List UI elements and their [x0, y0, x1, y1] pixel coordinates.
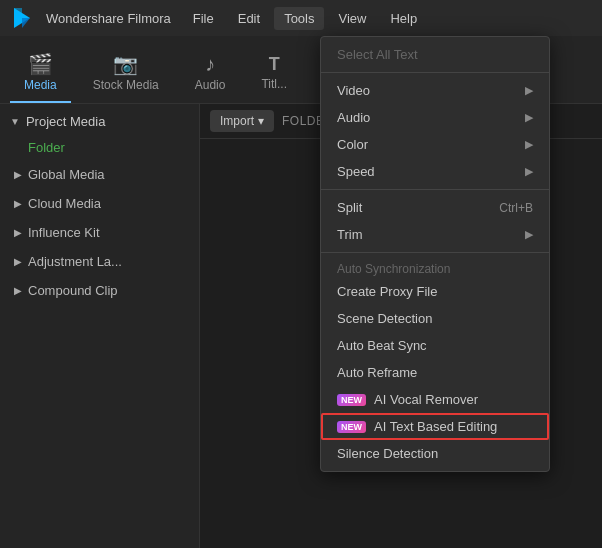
svg-marker-2 — [22, 18, 30, 28]
dropdown-auto-reframe[interactable]: Auto Reframe — [321, 359, 549, 386]
ai-text-editing-badge: NEW — [337, 421, 366, 433]
split-shortcut: Ctrl+B — [499, 201, 533, 215]
tools-dropdown-menu: Select All Text Video ▶ Audio ▶ Color ▶ … — [320, 36, 550, 472]
dropdown-speed[interactable]: Speed ▶ — [321, 158, 549, 185]
sidebar-item-global-media[interactable]: ▶ Global Media — [0, 160, 199, 189]
sidebar-item-adjustment-layer[interactable]: ▶ Adjustment La... — [0, 247, 199, 276]
app-name: Wondershare Filmora — [46, 11, 171, 26]
sidebar-item-adjustment-label: Adjustment La... — [28, 254, 185, 269]
menu-tools[interactable]: Tools — [274, 7, 324, 30]
menu-bar: Wondershare Filmora File Edit Tools View… — [0, 0, 602, 36]
project-media-label: Project Media — [26, 114, 105, 129]
app-logo — [8, 4, 36, 32]
dropdown-silence-detection[interactable]: Silence Detection — [321, 440, 549, 467]
cloud-media-arrow: ▶ — [14, 198, 22, 209]
dropdown-video[interactable]: Video ▶ — [321, 77, 549, 104]
dropdown-create-proxy[interactable]: Create Proxy File — [321, 278, 549, 305]
tab-audio-label: Audio — [195, 78, 226, 92]
menu-view[interactable]: View — [328, 7, 376, 30]
color-submenu-arrow: ▶ — [525, 138, 533, 151]
menu-edit[interactable]: Edit — [228, 7, 270, 30]
separator-2 — [321, 189, 549, 190]
sidebar-item-compound-clip[interactable]: ▶ Compound Clip — [0, 276, 199, 305]
video-submenu-arrow: ▶ — [525, 84, 533, 97]
dropdown-auto-beat-sync[interactable]: Auto Beat Sync — [321, 332, 549, 359]
project-media-arrow: ▼ — [10, 116, 20, 127]
adjustment-layer-arrow: ▶ — [14, 256, 22, 267]
ai-vocal-remover-label: AI Vocal Remover — [374, 392, 478, 407]
sidebar-item-cloud-media-label: Cloud Media — [28, 196, 185, 211]
influence-kit-arrow: ▶ — [14, 227, 22, 238]
menu-file[interactable]: File — [183, 7, 224, 30]
global-media-arrow: ▶ — [14, 169, 22, 180]
dropdown-color[interactable]: Color ▶ — [321, 131, 549, 158]
sidebar-item-compound-clip-label: Compound Clip — [28, 283, 185, 298]
ai-text-editing-label: AI Text Based Editing — [374, 419, 497, 434]
import-button[interactable]: Import ▾ — [210, 110, 274, 132]
auto-sync-label: Auto Synchronization — [321, 257, 549, 278]
sidebar: ▼ Project Media Folder ▶ Global Media ▶ … — [0, 104, 200, 548]
dropdown-trim[interactable]: Trim ▶ — [321, 221, 549, 248]
sidebar-item-influence-kit-label: Influence Kit — [28, 225, 185, 240]
tab-stock-media-label: Stock Media — [93, 78, 159, 92]
dropdown-scene-detection[interactable]: Scene Detection — [321, 305, 549, 332]
audio-submenu-arrow: ▶ — [525, 111, 533, 124]
stock-media-icon: 📷 — [113, 54, 138, 74]
dropdown-ai-text-editing[interactable]: NEW AI Text Based Editing — [321, 413, 549, 440]
dropdown-ai-vocal-remover[interactable]: NEW AI Vocal Remover — [321, 386, 549, 413]
separator-3 — [321, 252, 549, 253]
compound-clip-arrow: ▶ — [14, 285, 22, 296]
tab-titles[interactable]: T Titl... — [247, 45, 301, 103]
sidebar-folder[interactable]: Folder — [0, 135, 199, 160]
tab-titles-label: Titl... — [261, 77, 287, 91]
dropdown-split[interactable]: Split Ctrl+B — [321, 194, 549, 221]
separator-1 — [321, 72, 549, 73]
trim-submenu-arrow: ▶ — [525, 228, 533, 241]
dropdown-audio[interactable]: Audio ▶ — [321, 104, 549, 131]
svg-marker-1 — [14, 8, 22, 18]
project-media-header: ▼ Project Media — [0, 108, 199, 135]
import-button-label: Import — [220, 114, 254, 128]
tab-media[interactable]: 🎬 Media — [10, 45, 71, 103]
speed-submenu-arrow: ▶ — [525, 165, 533, 178]
import-dropdown-arrow: ▾ — [258, 114, 264, 128]
sidebar-item-global-media-label: Global Media — [28, 167, 185, 182]
audio-icon: ♪ — [205, 54, 215, 74]
ai-vocal-remover-badge: NEW — [337, 394, 366, 406]
tab-audio[interactable]: ♪ Audio — [181, 45, 240, 103]
menu-help[interactable]: Help — [380, 7, 427, 30]
media-icon: 🎬 — [28, 54, 53, 74]
sidebar-item-cloud-media[interactable]: ▶ Cloud Media — [0, 189, 199, 218]
tab-stock-media[interactable]: 📷 Stock Media — [79, 45, 173, 103]
tab-media-label: Media — [24, 78, 57, 92]
dropdown-select-all-text: Select All Text — [321, 41, 549, 68]
titles-icon: T — [269, 55, 280, 73]
sidebar-item-influence-kit[interactable]: ▶ Influence Kit — [0, 218, 199, 247]
